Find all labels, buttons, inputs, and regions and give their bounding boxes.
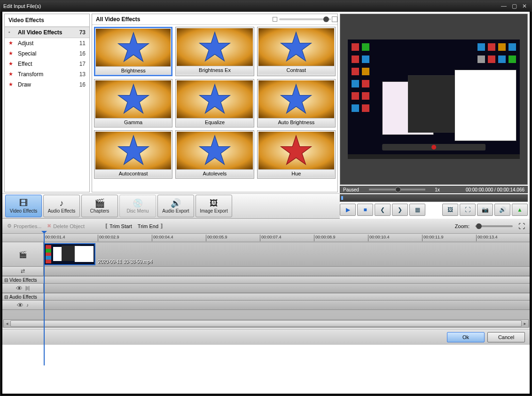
effect-preview bbox=[258, 132, 334, 169]
audio-fx-icon[interactable]: ♪ bbox=[26, 302, 29, 308]
volume-up-icon[interactable]: ▲ bbox=[512, 204, 528, 216]
category-count: 73 bbox=[79, 29, 86, 36]
tool-label: Audio Effects bbox=[48, 208, 76, 214]
trim-start-icon: ⟦ bbox=[105, 223, 108, 229]
ruler-mark: 00:00:08.9 bbox=[314, 235, 336, 241]
seek-bar[interactable] bbox=[340, 194, 528, 202]
stop-button[interactable]: ■ bbox=[357, 204, 373, 216]
clip-filename: 2020-09-11 10-38-59.mp4 bbox=[98, 259, 152, 264]
category-item[interactable]: ★Special16 bbox=[5, 48, 89, 59]
star-icon: ★ bbox=[8, 40, 15, 47]
folder-icon: ▪ bbox=[8, 29, 15, 36]
zoom-fit-icon[interactable]: ⛶ bbox=[518, 222, 525, 230]
effect-label: Hue bbox=[258, 169, 334, 177]
video-effects-button[interactable]: 🎞Video Effects bbox=[5, 195, 42, 217]
delete-object-button: ✖Delete Object bbox=[47, 223, 85, 229]
eye-icon[interactable]: 👁 bbox=[16, 285, 23, 292]
video-clip[interactable] bbox=[44, 243, 95, 265]
eye-icon[interactable]: 👁 bbox=[17, 301, 23, 309]
effect-thumbnail[interactable]: Autolevels bbox=[175, 130, 254, 179]
trim-start-button[interactable]: ⟦Trim Start bbox=[105, 223, 132, 229]
chapters-button[interactable]: 🎬Chapters bbox=[81, 195, 118, 217]
playback-speed: 1x bbox=[435, 187, 440, 192]
ruler-mark: 00:00:04.4 bbox=[152, 235, 173, 241]
tool-icon: ♪ bbox=[60, 198, 64, 208]
effect-thumbnail[interactable]: Contrast bbox=[257, 27, 336, 76]
effect-thumbnail[interactable]: Equalize bbox=[175, 79, 254, 127]
snapshot-button[interactable]: 🖼 bbox=[442, 204, 458, 216]
speed-slider[interactable] bbox=[395, 187, 401, 192]
effect-preview bbox=[96, 29, 171, 66]
trim-end-icon: ⟧ bbox=[160, 223, 163, 229]
time-ruler[interactable]: 00:00:01.400:00:02.900:00:04.400:00:05.9… bbox=[2, 234, 530, 242]
ok-button[interactable]: Ok bbox=[447, 332, 485, 342]
minimize-icon[interactable]: — bbox=[500, 3, 508, 9]
effects-panel: All Video Effects BrightnessBrightness E… bbox=[92, 14, 338, 192]
category-label: Effect bbox=[18, 61, 79, 67]
category-label: All Video Effects bbox=[18, 29, 79, 36]
video-track[interactable]: 2020-09-11 10-38-59.mp4 bbox=[44, 242, 530, 266]
transition-track[interactable] bbox=[44, 267, 530, 276]
effect-preview bbox=[95, 80, 171, 118]
audio-effects-section[interactable]: ⊟Audio Effects bbox=[2, 293, 530, 301]
video-effects-section[interactable]: ⊟Video Effects bbox=[2, 276, 530, 284]
effect-thumbnail[interactable]: Brightness bbox=[94, 27, 172, 76]
playback-status: Paused bbox=[343, 187, 369, 192]
playhead[interactable] bbox=[44, 234, 45, 365]
maximize-icon[interactable]: ▢ bbox=[510, 3, 518, 9]
preview-pane bbox=[340, 14, 528, 185]
thumbnail-size-slider[interactable] bbox=[279, 18, 331, 20]
category-label: Transform bbox=[18, 71, 79, 78]
video-fx-track[interactable] bbox=[44, 284, 530, 293]
volume-button[interactable]: 🔊 bbox=[494, 204, 510, 216]
next-frame-button[interactable]: ❯ bbox=[392, 204, 408, 216]
close-icon[interactable]: ✕ bbox=[520, 3, 529, 9]
effect-preview bbox=[177, 132, 252, 169]
category-item[interactable]: ★Draw16 bbox=[5, 79, 89, 90]
tool-icon: 🖼 bbox=[210, 198, 218, 208]
playback-duration: 00:00:14.066 bbox=[497, 187, 524, 192]
category-count: 17 bbox=[79, 61, 86, 67]
audio-fx-track[interactable] bbox=[44, 301, 530, 309]
camera-icon[interactable]: 📷 bbox=[477, 204, 493, 216]
transition-track-icon: ⇄ bbox=[2, 267, 44, 276]
fullscreen-button[interactable]: ⛶ bbox=[460, 204, 476, 216]
fx-icon[interactable]: |⦀| bbox=[25, 285, 30, 291]
zoom-label: Zoom: bbox=[455, 223, 469, 229]
trim-end-button[interactable]: Trim End⟧ bbox=[138, 223, 163, 229]
effect-label: Brightness bbox=[96, 66, 171, 74]
categories-header: Video Effects bbox=[5, 14, 89, 27]
tool-label: Video Effects bbox=[10, 208, 38, 214]
delete-icon: ✖ bbox=[47, 223, 51, 229]
audio-effects-button[interactable]: ♪Audio Effects bbox=[43, 195, 80, 217]
effect-thumbnail[interactable]: Auto Brightness bbox=[257, 79, 336, 127]
category-item[interactable]: ★Adjust11 bbox=[5, 38, 89, 48]
mode-toolbar: 🎞Video Effects♪Audio Effects🎬Chapters💿Di… bbox=[2, 193, 340, 219]
effect-thumbnail[interactable]: Gamma bbox=[94, 79, 172, 127]
effect-thumbnail[interactable]: Autocontrast bbox=[94, 130, 172, 179]
play-button[interactable]: ▶ bbox=[340, 204, 356, 216]
effect-preview bbox=[258, 80, 334, 118]
collapse-icon: ⊟ bbox=[4, 277, 8, 283]
image-export-button[interactable]: 🖼Image Export bbox=[196, 195, 232, 217]
effect-thumbnail[interactable]: Brightness Ex bbox=[175, 27, 254, 76]
video-track-icon: 🎬 bbox=[2, 242, 44, 266]
effect-label: Brightness Ex bbox=[177, 66, 252, 74]
category-count: 16 bbox=[79, 81, 86, 88]
audio-export-button[interactable]: 🔊Audio Export bbox=[157, 195, 194, 217]
category-item[interactable]: ★Transform13 bbox=[5, 69, 89, 79]
tool-label: Chapters bbox=[90, 208, 110, 214]
category-item[interactable]: ★Effect17 bbox=[5, 59, 89, 69]
timeline: 00:00:01.400:00:02.900:00:04.400:00:05.9… bbox=[2, 234, 530, 328]
zoom-slider[interactable] bbox=[475, 225, 513, 227]
clip-button[interactable]: ▦ bbox=[409, 204, 425, 216]
tool-icon: 🎞 bbox=[19, 198, 28, 208]
effect-thumbnail[interactable]: Hue bbox=[257, 130, 336, 179]
category-item[interactable]: ▪All Video Effects73 bbox=[5, 27, 89, 38]
category-label: Draw bbox=[18, 81, 79, 88]
playback-position: 00:00:00.000 bbox=[466, 187, 493, 192]
cancel-button[interactable]: Cancel bbox=[487, 332, 525, 342]
prev-frame-button[interactable]: ❮ bbox=[375, 204, 391, 216]
ruler-mark: 00:00:10.4 bbox=[368, 235, 390, 241]
timeline-scrollbar[interactable] bbox=[3, 319, 529, 328]
